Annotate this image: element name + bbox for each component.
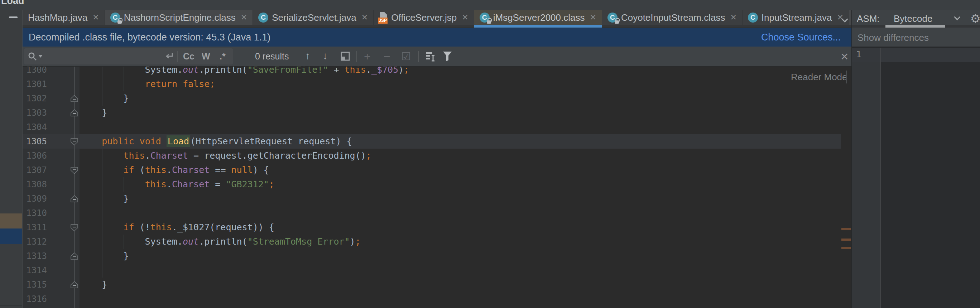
line-number: 1315	[22, 278, 47, 292]
filter-lines-icon[interactable]	[425, 51, 436, 62]
remove-occurrence-icon[interactable]: −	[383, 50, 390, 64]
toolbar-divider	[418, 51, 419, 62]
lock-icon	[615, 21, 619, 24]
line-number: 1302	[22, 91, 47, 106]
close-tab-icon[interactable]: ✕	[241, 13, 247, 22]
asm-tab-bytecode[interactable]: Bytecode	[894, 13, 932, 24]
sliver-tan-highlight	[0, 213, 22, 229]
close-tab-icon[interactable]: ✕	[730, 13, 737, 22]
chevron-down-icon	[954, 14, 960, 20]
line-number: 1303	[22, 106, 47, 120]
code-line: }	[80, 278, 107, 292]
asm-label: ASM:	[857, 13, 880, 24]
search-icon	[27, 52, 38, 62]
choose-sources-link[interactable]: Choose Sources...	[761, 32, 841, 43]
asm-tab-underline	[885, 25, 945, 28]
line-number: 1316	[22, 292, 47, 306]
prev-occurrence-button[interactable]: ↑	[305, 50, 310, 62]
asm-line-number: 1	[856, 49, 861, 59]
tab-label: iMsgServer2000.class	[493, 12, 585, 23]
fold-start-icon[interactable]	[70, 223, 78, 232]
newline-icon[interactable]	[164, 52, 174, 60]
show-differences-button[interactable]: Show differences	[858, 32, 929, 43]
line-number: 1313	[22, 249, 47, 263]
search-history-caret-icon[interactable]	[38, 55, 43, 58]
asm-gutter-separator	[880, 48, 881, 308]
error-stripe-mark[interactable]	[842, 238, 851, 241]
asm-view-chevron[interactable]	[955, 14, 959, 21]
decompiled-class-icon: C	[608, 13, 617, 22]
editor-tab[interactable]: CInputStream.java✕	[743, 10, 849, 28]
code-line: }	[80, 91, 129, 106]
regex-toggle[interactable]: .*	[220, 51, 226, 62]
asm-diff-row: Show differences	[852, 28, 980, 46]
line-number: 1307	[22, 163, 47, 177]
sliver-bottom-divider	[0, 305, 22, 305]
tab-label: CoyoteInputStream.class	[621, 12, 725, 23]
code-line: }	[80, 106, 107, 120]
search-input[interactable]: Cc W .*	[24, 48, 233, 65]
jsp-file-icon: JSP	[379, 12, 388, 23]
fold-start-icon[interactable]	[70, 166, 78, 175]
line-number: 1312	[22, 235, 47, 249]
close-find-bar-icon[interactable]: ✕	[840, 51, 848, 63]
tab-label: InputStream.java	[762, 12, 832, 23]
line-number: 1306	[22, 149, 47, 163]
fold-end-icon[interactable]	[70, 94, 78, 103]
editor-tab[interactable]: CNashornScriptEngine.class✕	[105, 10, 253, 28]
asm-panel: ASM: Bytecode ⚙ Show differences 1	[851, 10, 980, 308]
reader-mode-divider	[846, 71, 847, 83]
hide-panel-dash-icon[interactable]	[9, 16, 18, 18]
line-number: 1310	[22, 206, 47, 220]
next-occurrence-button[interactable]: ↓	[323, 50, 328, 62]
filter-funnel-icon[interactable]	[442, 51, 452, 62]
code-line: }	[80, 192, 129, 206]
fold-end-icon[interactable]	[70, 108, 78, 117]
code-line: this.Charset = "GB2312";	[80, 177, 274, 192]
line-number: 1305	[22, 134, 47, 149]
close-tab-icon[interactable]: ✕	[590, 13, 597, 22]
java-class-icon: C	[258, 13, 268, 22]
close-tab-icon[interactable]: ✕	[361, 13, 368, 22]
line-number: 1304	[22, 120, 47, 134]
gear-icon[interactable]: ⚙	[970, 12, 980, 25]
tab-label: NashornScriptEngine.class	[124, 12, 236, 23]
add-occurrence-icon[interactable]: +	[364, 50, 371, 64]
fold-end-icon[interactable]	[70, 194, 78, 203]
banner-message: Decompiled .class file, bytecode version…	[29, 32, 270, 43]
top-strip: Load	[0, 0, 980, 10]
fold-end-icon[interactable]	[70, 252, 78, 261]
asm-current-line-highlight	[852, 48, 980, 62]
asm-panel-header: ASM: Bytecode ⚙	[852, 10, 980, 28]
line-number: 1314	[22, 263, 47, 278]
error-stripe-mark[interactable]	[842, 247, 851, 249]
select-all-occurrences-icon[interactable]: ☑	[401, 50, 411, 63]
tab-label: HashMap.java	[28, 12, 88, 23]
find-bar: Cc W .* 0 results ↑ ↓ + − ☑ ✕	[22, 46, 851, 67]
line-number: 1309	[22, 192, 47, 206]
editor-tab[interactable]: CiMsgServer2000.class✕	[474, 10, 602, 28]
editor-tab[interactable]: CCoyoteInputStream.class✕	[602, 10, 743, 28]
match-case-toggle[interactable]: Cc	[183, 51, 194, 62]
code-line: System.out.println("SaveFromFile!" + thi…	[80, 67, 409, 77]
asm-editor-gutter	[852, 48, 880, 308]
editor-tab[interactable]: CSerializeServlet.java✕	[253, 10, 374, 28]
editor-tab[interactable]: HashMap.java✕	[22, 10, 105, 28]
lock-icon	[118, 21, 122, 24]
ide-window: Load HashMap.java✕CNashornScriptEngine.c…	[0, 0, 980, 308]
editor-tab[interactable]: JSPOfficeServer.jsp✕	[374, 10, 474, 28]
open-in-find-window-icon[interactable]	[340, 51, 350, 61]
close-tab-icon[interactable]: ✕	[92, 13, 99, 22]
fold-end-icon[interactable]	[70, 280, 78, 289]
line-number: 1301	[22, 77, 47, 91]
fold-start-icon[interactable]	[70, 137, 78, 146]
error-stripe-mark[interactable]	[842, 228, 851, 230]
hidden-tabs-chevron[interactable]	[842, 16, 847, 23]
words-toggle[interactable]: W	[202, 51, 210, 62]
reader-mode-toggle[interactable]: Reader Mode	[791, 71, 848, 83]
chevron-down-icon	[842, 16, 848, 22]
code-editor[interactable]: 1300 System.out.println("SaveFromFile!" …	[22, 67, 851, 308]
close-tab-icon[interactable]: ✕	[462, 13, 468, 22]
code-line: this.Charset = request.getCharacterEncod…	[80, 149, 371, 163]
line-number: 1300	[22, 67, 47, 77]
